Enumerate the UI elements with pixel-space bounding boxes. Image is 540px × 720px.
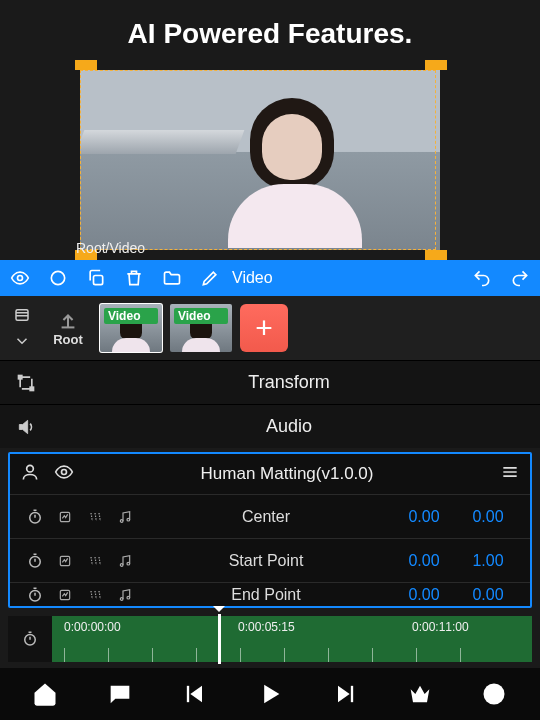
person-icon[interactable] xyxy=(20,462,40,486)
timeline-tick: 0:00:00:00 xyxy=(64,620,121,634)
visibility-icon[interactable] xyxy=(54,462,74,486)
param-value-2[interactable]: 1.00 xyxy=(456,552,520,570)
param-value-2[interactable]: 0.00 xyxy=(456,508,520,526)
track-param-row[interactable]: Start Point 0.00 1.00 xyxy=(10,538,530,582)
track-header: Human Matting(v1.0.0) xyxy=(10,454,530,494)
music-icon[interactable] xyxy=(110,553,140,569)
breadcrumb: Root/Video xyxy=(76,240,145,256)
comment-icon[interactable] xyxy=(106,680,134,708)
curve-icon[interactable] xyxy=(80,509,110,525)
audio-icon xyxy=(14,417,38,437)
copy-icon[interactable] xyxy=(86,268,106,288)
circle-icon[interactable] xyxy=(48,268,68,288)
track-param-row[interactable]: Center 0.00 0.00 xyxy=(10,494,530,538)
track-body: Center 0.00 0.00 Start Point 0.00 1.00 E… xyxy=(10,494,530,606)
crop-handle-top-left[interactable] xyxy=(75,60,97,70)
stopwatch-icon[interactable] xyxy=(20,552,50,570)
crop-handle-bottom-right[interactable] xyxy=(425,250,447,260)
param-name: Start Point xyxy=(140,552,392,570)
folder-icon[interactable] xyxy=(162,268,182,288)
play-icon[interactable] xyxy=(256,680,284,708)
svg-point-15 xyxy=(127,562,130,565)
svg-point-14 xyxy=(120,563,123,566)
svg-rect-21 xyxy=(187,686,189,702)
svg-point-18 xyxy=(120,597,123,600)
crop-handle-top-right[interactable] xyxy=(425,60,447,70)
delete-icon[interactable] xyxy=(124,268,144,288)
param-value-2[interactable]: 0.00 xyxy=(456,586,520,604)
bottom-bar xyxy=(0,668,540,720)
svg-point-1 xyxy=(51,271,64,284)
premium-icon[interactable] xyxy=(406,680,434,708)
action-bar-label: Video xyxy=(232,269,273,287)
playhead[interactable] xyxy=(218,614,221,664)
menu-icon[interactable] xyxy=(500,462,520,486)
root-button[interactable]: Root xyxy=(44,310,92,347)
track-param-row[interactable]: End Point 0.00 0.00 xyxy=(10,582,530,606)
svg-rect-5 xyxy=(30,387,33,390)
undo-icon[interactable] xyxy=(472,268,492,288)
timeline[interactable]: 0:00:00:00 0:00:05:15 0:00:11:00 xyxy=(8,616,532,662)
param-name: End Point xyxy=(140,586,392,604)
param-value-1[interactable]: 0.00 xyxy=(392,586,456,604)
property-row-audio[interactable]: Audio xyxy=(0,404,540,448)
svg-point-6 xyxy=(27,465,34,472)
keyframe-icon[interactable] xyxy=(50,509,80,525)
visibility-icon[interactable] xyxy=(10,268,30,288)
clip-thumbnail[interactable]: Video xyxy=(100,304,162,352)
stopwatch-icon[interactable] xyxy=(20,586,50,604)
param-value-1[interactable]: 0.00 xyxy=(392,552,456,570)
svg-point-10 xyxy=(120,519,123,522)
clip-label: Video xyxy=(174,308,228,324)
param-name: Center xyxy=(140,508,392,526)
param-value-1[interactable]: 0.00 xyxy=(392,508,456,526)
preview-canvas[interactable] xyxy=(80,70,440,250)
svg-point-11 xyxy=(127,518,130,521)
keyframe-icon[interactable] xyxy=(50,587,80,603)
svg-rect-4 xyxy=(19,375,22,378)
timeline-tick: 0:00:11:00 xyxy=(412,620,469,634)
clip-row: Root Video Video + xyxy=(0,296,540,360)
redo-icon[interactable] xyxy=(510,268,530,288)
music-icon[interactable] xyxy=(110,587,140,603)
keyframe-icon[interactable] xyxy=(50,553,80,569)
curve-icon[interactable] xyxy=(80,553,110,569)
add-clip-button[interactable]: + xyxy=(240,304,288,352)
property-label: Audio xyxy=(52,416,526,437)
preview-area[interactable]: Root/Video xyxy=(0,60,540,258)
next-frame-icon[interactable] xyxy=(331,680,359,708)
svg-rect-22 xyxy=(351,686,353,702)
home-icon[interactable] xyxy=(31,680,59,708)
help-icon[interactable] xyxy=(480,680,508,708)
edit-icon[interactable] xyxy=(200,268,220,288)
panel-toggle[interactable] xyxy=(8,306,36,350)
stopwatch-icon[interactable] xyxy=(8,616,52,662)
clip-thumbnail[interactable]: Video xyxy=(170,304,232,352)
svg-rect-2 xyxy=(94,276,103,285)
svg-point-0 xyxy=(18,276,23,281)
track-title: Human Matting(v1.0.0) xyxy=(88,464,486,484)
property-label: Transform xyxy=(52,372,526,393)
curve-icon[interactable] xyxy=(80,587,110,603)
svg-point-19 xyxy=(127,596,130,599)
root-label: Root xyxy=(53,332,83,347)
music-icon[interactable] xyxy=(110,509,140,525)
track-panel: Human Matting(v1.0.0) Center 0.00 0.00 S… xyxy=(8,452,532,608)
page-headline: AI Powered Features. xyxy=(0,0,540,60)
stopwatch-icon[interactable] xyxy=(20,508,50,526)
transform-icon xyxy=(14,373,38,393)
property-row-transform[interactable]: Transform xyxy=(0,360,540,404)
prev-frame-icon[interactable] xyxy=(181,680,209,708)
timeline-tick: 0:00:05:15 xyxy=(238,620,295,634)
action-bar: Video xyxy=(0,260,540,296)
svg-point-7 xyxy=(62,470,67,475)
clip-label: Video xyxy=(104,308,158,324)
